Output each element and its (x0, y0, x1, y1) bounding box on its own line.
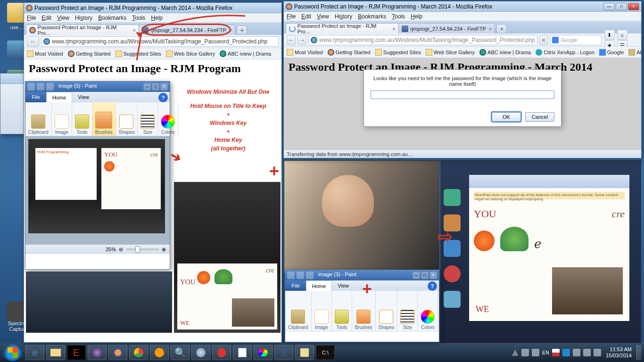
cancel-button[interactable]: Cancel (525, 112, 554, 122)
forward-button[interactable]: → (297, 35, 306, 45)
bm-mostvisited[interactable]: Most Visited (27, 50, 63, 57)
zoom-in-button[interactable]: ⊕ (162, 247, 166, 253)
paint-close-button[interactable]: × (160, 83, 168, 90)
menu-view[interactable]: View (57, 15, 69, 21)
new-tab-button[interactable]: + (496, 24, 507, 33)
bm-gettingstarted[interactable]: Getting Started (68, 50, 111, 57)
window-min-button[interactable]: — (603, 3, 615, 10)
ribbon-image[interactable]: Image (312, 291, 332, 331)
paint-file-tab[interactable]: File (285, 280, 306, 291)
bm-suggested[interactable]: Suggested Sites (375, 49, 421, 56)
menu-file[interactable]: File (287, 13, 296, 20)
show-desktop-button[interactable] (636, 345, 641, 360)
paint-home-tab[interactable]: Home (46, 92, 72, 102)
ribbon-brushes[interactable]: Brushes (92, 102, 116, 136)
menu-file[interactable]: File (27, 15, 36, 21)
bm-citrix[interactable]: Citrix XenApp - Logon (536, 49, 594, 56)
zoom-out-button[interactable]: ⊖ (119, 247, 123, 253)
menu-history[interactable]: History (335, 13, 352, 20)
paint-help-icon[interactable]: ? (158, 93, 168, 102)
qat-redo-icon[interactable] (46, 83, 54, 90)
menu-bookmarks[interactable]: Bookmarks (98, 15, 126, 21)
ribbon-colors[interactable]: Colors (418, 291, 438, 331)
tb-media[interactable] (150, 345, 169, 360)
bm-mostvisited[interactable]: Most Visited (287, 49, 323, 56)
zoom-slider[interactable] (126, 248, 159, 250)
menu-view[interactable]: View (317, 13, 329, 20)
tab-page-left[interactable]: Password Protect an Image - RJM Pro…× (26, 25, 139, 35)
qat-redo-icon[interactable] (306, 272, 314, 279)
paint-help-icon[interactable]: ? (428, 281, 437, 291)
tb-ie[interactable]: e (25, 345, 44, 360)
ribbon-colors[interactable]: Colors (158, 102, 178, 136)
ok-button[interactable]: OK (492, 112, 521, 122)
home-icon[interactable]: ⌂ (617, 30, 627, 40)
bm-abcrn[interactable]: ABC Radio National (A… (628, 49, 641, 56)
menu-tools[interactable]: Tools (392, 13, 405, 20)
menu-history[interactable]: History (75, 15, 92, 21)
tray-clock[interactable]: 11:53 AM15/03/2014 (606, 346, 632, 359)
tb-notes[interactable] (295, 345, 314, 360)
ribbon-image[interactable]: Image (52, 102, 72, 136)
tray-icon[interactable] (532, 349, 539, 356)
ribbon-clipboard[interactable]: Clipboard (25, 102, 52, 136)
tb-help[interactable]: ? (274, 345, 293, 360)
tb-wordpad[interactable] (233, 345, 252, 360)
back-button[interactable]: ← (287, 35, 296, 45)
qat-save-icon[interactable] (287, 272, 295, 279)
tray-network-icon[interactable] (573, 349, 580, 356)
ribbon-shapes[interactable]: Shapes (116, 102, 138, 136)
paint-view-tab[interactable]: View (332, 280, 355, 291)
password-input[interactable] (371, 90, 554, 99)
paint-max-button[interactable]: □ (152, 83, 159, 90)
ribbon-tools[interactable]: Tools (72, 102, 92, 136)
tray-lang[interactable]: EN (542, 350, 549, 355)
close-tab-icon[interactable]: × (489, 26, 492, 32)
ribbon-shapes[interactable]: Shapes (376, 291, 398, 331)
qat-save-icon[interactable] (27, 83, 35, 90)
qat-undo-icon[interactable] (297, 272, 304, 279)
tray-bluetooth-icon[interactable] (562, 349, 570, 356)
ribbon-clipboard[interactable]: Clipboard (285, 291, 312, 331)
menu-bookmarks[interactable]: Bookmarks (358, 13, 386, 20)
bm-gettingstarted[interactable]: Getting Started (328, 49, 371, 56)
menu-help[interactable]: Help (411, 13, 422, 20)
paint-close-button[interactable]: × (429, 272, 437, 279)
tb-firefox[interactable] (108, 345, 127, 360)
paint-file-tab[interactable]: File (25, 92, 46, 102)
tb-search[interactable]: 🔍 (171, 345, 190, 360)
paint-home-tab[interactable]: Home (306, 280, 332, 291)
stop-button[interactable]: × (539, 35, 548, 45)
back-button[interactable]: ← (27, 36, 39, 47)
tab-fireftp-right[interactable]: rjmprogr_27.54.94.234 - FireFTP× (398, 23, 495, 33)
start-button[interactable] (3, 344, 23, 361)
menu-edit[interactable]: Edit (41, 15, 51, 21)
downloads-icon[interactable]: ⬇ (604, 30, 615, 40)
ribbon-tools[interactable]: Tools (332, 291, 352, 331)
close-tab-icon[interactable]: × (393, 26, 396, 32)
url-input-right[interactable]: www.rjmprogramming.com.au/Windows/MultiT… (308, 35, 537, 45)
search-box[interactable]: Google (550, 35, 601, 45)
paint-canvas-left[interactable]: RJM Programming YOU cre (25, 136, 170, 245)
window-close-button[interactable]: × (628, 3, 639, 10)
tb-eclipse[interactable] (88, 345, 107, 360)
tb-paint[interactable] (254, 345, 272, 360)
tray-battery-icon[interactable] (583, 349, 591, 356)
tb-explorer[interactable] (46, 345, 65, 360)
menu-edit[interactable]: Edit (301, 13, 311, 20)
tray-volume-icon[interactable] (594, 349, 601, 356)
ribbon-size[interactable]: Size (397, 291, 418, 331)
bm-google[interactable]: Google (599, 49, 624, 56)
tb-safari[interactable] (191, 345, 210, 360)
window-max-button[interactable]: □ (616, 3, 627, 10)
bm-webslice[interactable]: Web Slice Gallery (426, 49, 475, 56)
paint-max-button[interactable]: □ (421, 272, 429, 279)
titlebar-right[interactable]: Password Protect an Image - RJM Programm… (284, 1, 641, 12)
titlebar-left[interactable]: Password Protect an Image - RJM Programm… (24, 3, 281, 13)
tab-page-right[interactable]: Password Protect an Image - RJM Pro…× (286, 23, 399, 33)
tb-chrome[interactable] (129, 345, 148, 360)
tb-opera[interactable] (212, 345, 231, 360)
qat-undo-icon[interactable] (37, 83, 44, 90)
ribbon-size[interactable]: Size (138, 102, 158, 136)
tb-app-red[interactable]: E (67, 345, 86, 360)
